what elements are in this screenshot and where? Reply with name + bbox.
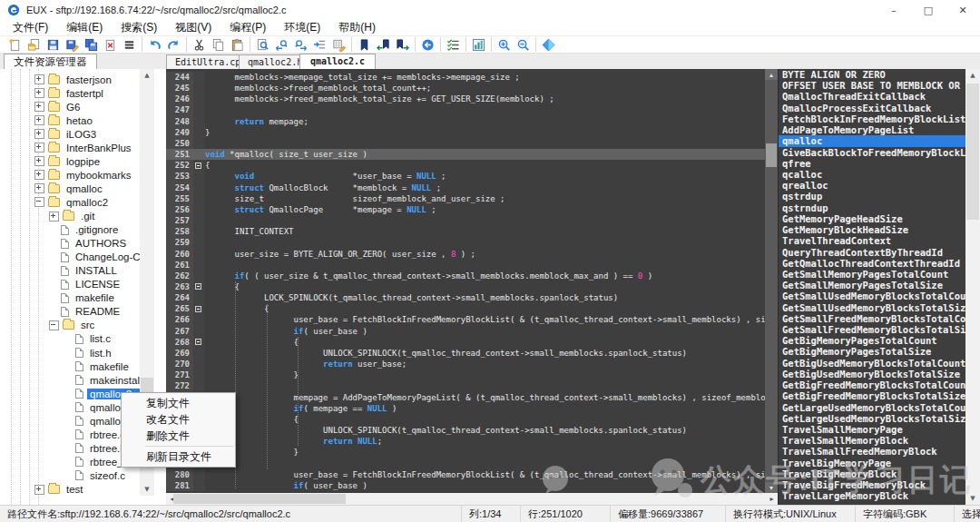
function-list-item-TravelThreadContext[interactable]: TravelThreadContext (779, 235, 966, 246)
tree-item-list.h[interactable]: list.h (64, 346, 114, 359)
expand-icon[interactable] (34, 156, 44, 166)
undo-button[interactable] (145, 36, 164, 53)
cut-button[interactable] (190, 36, 209, 53)
function-list-item-GetSmallMemoryPagesTotalSize[interactable]: GetSmallMemoryPagesTotalSize (779, 280, 966, 291)
context-menu-item-0[interactable]: 复制文件 (122, 395, 235, 411)
editor-scrollbar-thumb[interactable] (766, 143, 777, 167)
tree-item-README[interactable]: README (49, 305, 122, 319)
bookmark-next-button[interactable] (393, 36, 412, 53)
tree-item-.gitignore[interactable]: .gitignore (49, 223, 121, 237)
open-file-button[interactable] (24, 36, 44, 53)
function-list-item-TravelBigFreedMemoryBlock[interactable]: TravelBigFreedMemoryBlock (779, 479, 966, 490)
function-list-item-qfree[interactable]: qfree (779, 158, 966, 169)
expand-icon[interactable] (49, 212, 59, 222)
function-list-item-GetSmallUsedMemoryBlocksTotalSize[interactable]: GetSmallUsedMemoryBlocksTotalSize (779, 302, 966, 313)
function-list-item-QmallocProcessExitCallback[interactable]: QmallocProcessExitCallback (779, 103, 966, 113)
find-button[interactable] (253, 36, 272, 53)
save-as-button[interactable] (63, 36, 82, 53)
expand-icon[interactable] (34, 102, 44, 112)
tree-item-InterBankPlus[interactable]: InterBankPlus (34, 141, 134, 154)
symbols-scroll-down-icon[interactable]: ▼ (965, 492, 980, 505)
function-list-item-TravelSmallMemoryBlock[interactable]: TravelSmallMemoryBlock (779, 435, 966, 446)
function-list-item-TravelBigMemoryBlock[interactable]: TravelBigMemoryBlock (779, 468, 966, 479)
function-list-item-qrealloc[interactable]: qrealloc (779, 180, 966, 191)
fold-collapse-icon[interactable] (195, 283, 201, 290)
tree-item-makefile[interactable]: makefile (64, 359, 132, 373)
function-list-item-GiveBackBlockToFreedMemoryBlockLi[interactable]: GiveBackBlockToFreedMemoryBlockLi (779, 147, 966, 158)
tree-item-src[interactable]: src (49, 319, 97, 332)
function-list-item-QueryThreadContextByThreadId[interactable]: QueryThreadContextByThreadId (779, 247, 966, 258)
tree-item-fastertpl[interactable]: fastertpl (34, 86, 106, 100)
function-list-item-TravelLargeMemoryBlock[interactable]: TravelLargeMemoryBlock (779, 490, 966, 501)
tree-item-fasterjson[interactable]: fasterjson (34, 73, 114, 86)
tree-item-G6[interactable]: G6 (34, 100, 83, 113)
function-list-item-GetLargeUsedMemoryBlocksTotalSize[interactable]: GetLargeUsedMemoryBlocksTotalSize (779, 413, 966, 424)
maximize-button[interactable]: □ (911, 0, 946, 20)
tree-item-makeinstall[interactable]: makeinstall (64, 373, 145, 387)
function-list-item-GetSmallFreedMemoryBlocksTotalSiz[interactable]: GetSmallFreedMemoryBlocksTotalSiz (779, 324, 966, 335)
function-list-item-AddPageToMemoryPageList[interactable]: AddPageToMemoryPageList (779, 124, 966, 135)
function-list-item-GetSmallMemoryPagesTotalCount[interactable]: GetSmallMemoryPagesTotalCount (779, 269, 966, 280)
symbols-scroll-up-icon[interactable]: ▲ (965, 69, 980, 82)
tree-item-makefile[interactable]: makefile (49, 291, 117, 305)
function-list-item-GetBigUsedMemoryBlocksTotalCount[interactable]: GetBigUsedMemoryBlocksTotalCount (779, 358, 966, 369)
function-list-item-qcalloc[interactable]: qcalloc (779, 169, 966, 180)
menu-item-6[interactable]: 帮助(H) (329, 20, 385, 35)
symbols-scrollbar-thumb[interactable] (966, 84, 979, 220)
function-list-item-GetMemoryBlockHeadSize[interactable]: GetMemoryBlockHeadSize (779, 224, 966, 235)
tree-item-iLOG3[interactable]: iLOG3 (34, 127, 99, 141)
context-menu-item-2[interactable]: 删除文件 (122, 428, 235, 444)
tree-item-logpipe[interactable]: logpipe (34, 154, 103, 168)
function-list-item-GetQmallocThreadContextThreadId[interactable]: GetQmallocThreadContextThreadId (779, 258, 966, 269)
copy-button[interactable] (209, 36, 228, 53)
tree-item-qmalloc2[interactable]: qmalloc2 (34, 195, 111, 209)
back-button[interactable] (418, 36, 437, 53)
bookmark-prev-button[interactable] (374, 36, 393, 53)
fold-collapse-icon[interactable] (195, 163, 201, 169)
expand-icon[interactable] (34, 183, 44, 193)
menu-item-5[interactable]: 环境(E) (275, 20, 329, 35)
replace-in-files-button[interactable] (329, 36, 348, 53)
function-list-item-GetBigMemoryPagesTotalCount[interactable]: GetBigMemoryPagesTotalCount (779, 335, 966, 346)
paste-button[interactable] (228, 36, 247, 53)
tree-item-mybookmarks[interactable]: mybookmarks (34, 168, 134, 182)
zoom-out-button[interactable] (514, 36, 533, 53)
menu-item-0[interactable]: 文件(F) (4, 20, 57, 35)
bookmark-button[interactable] (355, 36, 374, 53)
todo-list-button[interactable] (444, 36, 463, 53)
function-list-item-GetBigFreedMemoryBlocksTotalCount[interactable]: GetBigFreedMemoryBlocksTotalCount (779, 379, 966, 390)
function-list-item-GetBigFreedMemoryBlocksTotalSize[interactable]: GetBigFreedMemoryBlocksTotalSize (779, 390, 966, 401)
save-button[interactable] (44, 36, 63, 53)
menu-item-4[interactable]: 编程(P) (220, 20, 275, 35)
function-list-item-BYTE_ALIGN_OR_ZERO[interactable]: BYTE_ALIGN_OR_ZERO (779, 69, 966, 80)
close-button[interactable]: ✕ (946, 0, 980, 20)
editor-tab-qmalloc2.h[interactable]: qmalloc2.h (239, 54, 301, 69)
statistics-chart-button[interactable] (469, 36, 488, 53)
tree-item-LICENSE[interactable]: LICENSE (49, 278, 122, 291)
function-list-item-GetBigUsedMemoryBlocksTotalSize[interactable]: GetBigUsedMemoryBlocksTotalSize (779, 369, 966, 379)
find-prev-button[interactable] (272, 36, 291, 53)
editor-scrollbar[interactable]: ▲ ▼ (765, 69, 778, 493)
tree-item-test[interactable]: test (34, 483, 86, 497)
h-scrollbar-thumb[interactable] (173, 494, 346, 504)
tree-item-list.c[interactable]: list.c (64, 332, 113, 346)
find-next-button[interactable] (291, 36, 310, 53)
editor-scroll-down-icon[interactable]: ▼ (765, 482, 778, 493)
expand-icon[interactable] (34, 170, 44, 180)
file-list-button[interactable] (120, 36, 139, 53)
tree-scroll-up-icon[interactable]: ▲ (140, 69, 154, 82)
function-list-item-OFFSET_USER_BASE_TO_MEMBLOCK_OR_N[interactable]: OFFSET_USER_BASE_TO_MEMBLOCK_OR_N (779, 80, 966, 91)
tree-item-.git[interactable]: .git (49, 210, 97, 223)
redo-button[interactable] (164, 36, 183, 53)
function-list-item-GetMemoryPageHeadSize[interactable]: GetMemoryPageHeadSize (779, 213, 966, 224)
tree-item-rbtree.c[interactable]: rbtree.c (64, 428, 128, 441)
function-list-item-TravelBigMemoryPage[interactable]: TravelBigMemoryPage (779, 458, 966, 468)
collapse-icon[interactable] (34, 197, 44, 207)
zoom-in-button[interactable] (495, 36, 514, 53)
function-list[interactable]: BYTE_ALIGN_OR_ZEROOFFSET_USER_BASE_TO_ME… (778, 69, 966, 505)
tree-item-ChangeLog-CN[interactable]: ChangeLog-CN (49, 251, 151, 264)
fold-collapse-icon[interactable] (195, 306, 201, 312)
menu-item-2[interactable]: 搜索(S) (112, 20, 166, 35)
tree-item-AUTHORS[interactable]: AUTHORS (49, 237, 129, 251)
compare-button[interactable] (539, 36, 558, 53)
